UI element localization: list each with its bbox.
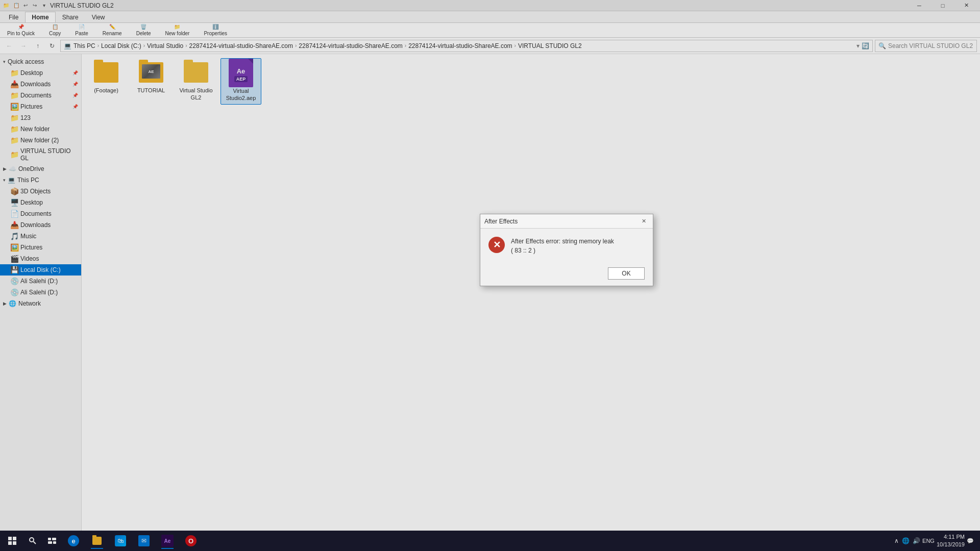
dialog-footer: OK — [480, 263, 653, 286]
dialog-message: After Effects error: string memory leak … — [511, 237, 614, 255]
ok-button[interactable]: OK — [608, 267, 645, 280]
dialog-title-bar: After Effects ✕ — [480, 214, 653, 229]
error-line1: After Effects error: string memory leak — [511, 237, 614, 246]
dialog-title: After Effects — [484, 218, 518, 225]
dialog-body: ✕ After Effects error: string memory lea… — [480, 229, 653, 263]
error-icon: ✕ — [488, 237, 505, 253]
error-dialog: After Effects ✕ ✕ After Effects error: s… — [480, 214, 653, 286]
error-line2: ( 83 :: 2 ) — [511, 246, 614, 255]
modal-overlay: After Effects ✕ ✕ After Effects error: s… — [0, 0, 980, 551]
dialog-close-button[interactable]: ✕ — [639, 216, 649, 227]
